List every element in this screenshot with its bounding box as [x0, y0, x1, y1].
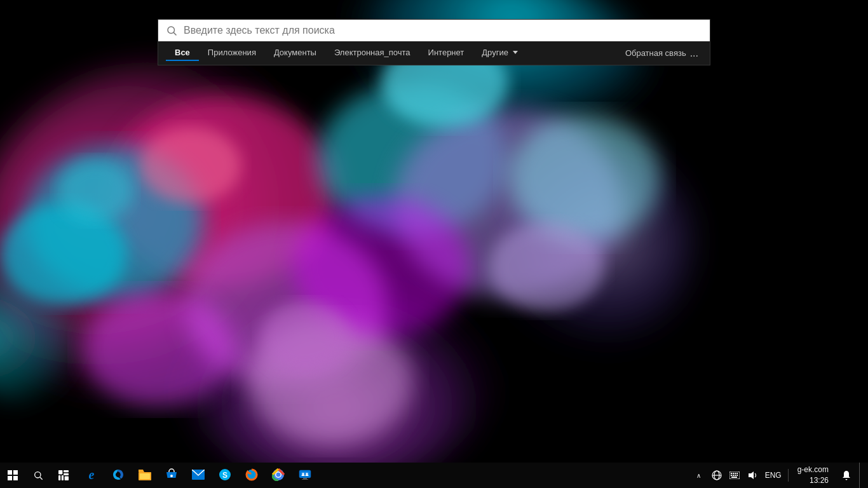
svg-rect-59 — [731, 475, 732, 476]
svg-rect-55 — [731, 473, 732, 474]
language-indicator[interactable]: ENG — [763, 463, 784, 488]
taskbar-left — [0, 463, 76, 488]
taskbar-remote-desktop-icon[interactable] — [292, 463, 318, 488]
svg-point-20 — [489, 222, 604, 311]
svg-rect-31 — [58, 475, 60, 480]
search-bar — [158, 20, 710, 41]
svg-rect-32 — [64, 473, 69, 475]
taskbar: e — [0, 463, 868, 488]
notification-button[interactable] — [836, 463, 857, 488]
chevron-down-icon — [513, 51, 518, 54]
tab-email[interactable]: Электронная_почта — [325, 45, 419, 61]
svg-rect-33 — [62, 475, 64, 480]
svg-point-21 — [168, 27, 175, 34]
taskbar-edge-icon[interactable] — [105, 463, 131, 488]
svg-rect-34 — [65, 477, 69, 480]
show-desktop-button[interactable] — [859, 463, 863, 488]
tray-separator — [788, 469, 789, 482]
taskbar-app-icons: e — [76, 463, 318, 488]
task-view-button[interactable] — [51, 463, 76, 488]
taskbar-firefox-icon[interactable] — [239, 463, 264, 488]
taskbar-file-explorer-icon[interactable] — [132, 463, 158, 488]
search-tabs: Все Приложения Документы Электронная_поч… — [158, 41, 710, 65]
start-button[interactable] — [0, 463, 25, 488]
network-icon[interactable] — [709, 463, 724, 488]
taskbar-skype-icon[interactable]: S — [212, 463, 238, 488]
svg-rect-63 — [731, 477, 737, 478]
show-hidden-icons-button[interactable]: ∧ — [691, 463, 707, 488]
svg-rect-47 — [303, 478, 307, 479]
svg-rect-36 — [140, 473, 150, 479]
keyboard-icon[interactable] — [727, 463, 742, 488]
desktop — [0, 0, 868, 463]
tab-all[interactable]: Все — [166, 45, 199, 61]
svg-text:S: S — [222, 471, 227, 480]
tab-web[interactable]: Интернет — [419, 45, 473, 61]
search-panel: Все Приложения Документы Электронная_поч… — [158, 19, 710, 65]
taskbar-search-button[interactable] — [25, 463, 51, 488]
search-input[interactable] — [184, 25, 702, 36]
svg-point-19 — [57, 159, 133, 222]
svg-point-27 — [35, 472, 41, 478]
taskbar-mail-icon[interactable] — [186, 463, 211, 488]
svg-point-44 — [276, 473, 281, 477]
clock-area[interactable]: g-ek.com 13:26 — [792, 463, 834, 488]
more-options-button[interactable]: ... — [686, 48, 702, 59]
tab-other[interactable]: Другие — [473, 45, 527, 61]
svg-rect-58 — [736, 473, 738, 474]
volume-icon[interactable] — [745, 463, 760, 488]
taskbar-chrome-icon[interactable] — [266, 463, 291, 488]
svg-rect-60 — [733, 475, 734, 476]
website-text: g-ek.com — [797, 464, 829, 475]
svg-rect-57 — [735, 473, 736, 474]
svg-rect-23 — [8, 470, 12, 475]
taskbar-right: ∧ — [691, 463, 868, 488]
svg-line-22 — [173, 32, 176, 35]
svg-rect-26 — [13, 476, 18, 480]
svg-point-15 — [508, 114, 661, 241]
time-text: 13:26 — [810, 475, 829, 486]
svg-rect-56 — [733, 473, 734, 474]
search-icon — [166, 25, 177, 36]
svg-point-13 — [83, 292, 235, 407]
taskbar-edge-legacy-icon[interactable]: e — [79, 463, 104, 488]
feedback-button[interactable]: Обратная связь — [625, 48, 686, 58]
svg-rect-24 — [13, 470, 18, 475]
svg-point-16 — [140, 127, 241, 203]
svg-marker-64 — [749, 471, 754, 479]
tab-docs[interactable]: Документы — [265, 45, 325, 61]
svg-rect-61 — [735, 475, 736, 476]
taskbar-store-icon[interactable] — [159, 463, 184, 488]
svg-point-18 — [261, 302, 349, 372]
svg-rect-62 — [736, 475, 738, 476]
svg-rect-29 — [58, 470, 62, 474]
svg-rect-25 — [8, 476, 12, 480]
svg-line-28 — [40, 477, 43, 480]
svg-rect-48 — [302, 479, 308, 480]
svg-rect-30 — [64, 470, 69, 472]
tab-apps[interactable]: Приложения — [199, 45, 265, 61]
svg-point-37 — [170, 475, 173, 477]
